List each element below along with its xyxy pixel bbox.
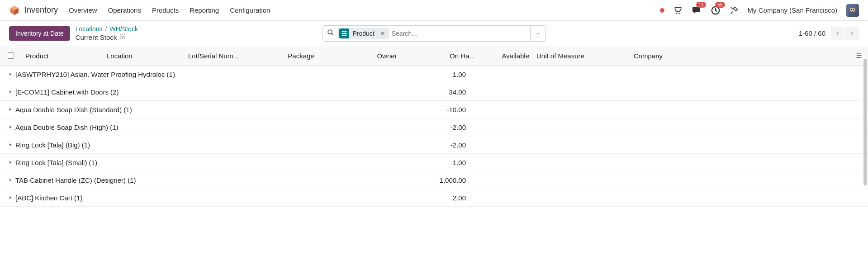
expand-caret-icon[interactable] [0, 178, 13, 182]
pager: 1-60 / 60 [799, 27, 859, 40]
cell-onhand: -2.00 [424, 141, 470, 149]
col-uom[interactable]: Unit of Measure [533, 52, 610, 60]
app-logo-icon[interactable] [9, 5, 20, 16]
expand-caret-icon[interactable] [0, 107, 13, 112]
table-row[interactable]: [ASWTPRHY210] Asian. Water Proofing Hydr… [0, 66, 868, 83]
company-selector[interactable]: My Company (San Francisco) [748, 6, 837, 14]
cell-onhand: 1,000.00 [424, 176, 470, 184]
search-dropdown-toggle[interactable] [531, 25, 546, 42]
search-facet-product: Product ✕ [337, 28, 389, 39]
col-product[interactable]: Product [22, 52, 103, 60]
cell-onhand: -10.00 [424, 106, 470, 114]
col-package[interactable]: Package [261, 52, 341, 60]
cell-onhand: 1.00 [424, 71, 470, 78]
nav-operations[interactable]: Operations [108, 6, 141, 14]
search-icon [327, 28, 335, 38]
tools-icon[interactable] [730, 6, 739, 15]
nav-menu: Overview Operations Products Reporting C… [69, 6, 270, 14]
cell-onhand: -2.00 [424, 123, 470, 131]
pager-buttons [830, 27, 859, 40]
table-row[interactable]: Ring Lock [Tala] (Small) (1)-1.00 [0, 154, 868, 171]
clock-badge: 55 [715, 2, 725, 8]
col-available[interactable]: Available [479, 52, 533, 60]
svg-rect-16 [342, 31, 346, 32]
cell-product: Aqua Double Soap Dish (Standard) (1) [13, 106, 424, 114]
phone-icon[interactable] [674, 6, 683, 15]
groupby-icon [339, 28, 349, 38]
table-header: Product Location Lot/Serial Num... Packa… [0, 46, 868, 66]
svg-point-5 [679, 11, 680, 12]
scrollbar[interactable] [863, 59, 867, 207]
svg-rect-18 [342, 34, 346, 35]
nav-configuration[interactable]: Configuration [230, 6, 270, 14]
facet-remove-icon[interactable]: ✕ [378, 30, 387, 37]
svg-rect-10 [850, 8, 855, 11]
nav-products[interactable]: Products [152, 6, 179, 14]
expand-caret-icon[interactable] [0, 125, 13, 129]
nav-overview[interactable]: Overview [69, 6, 97, 14]
col-onhand[interactable]: On Ha... [433, 52, 479, 60]
cell-product: TAB Cabinet Handle (ZC) (Designer) (1) [13, 176, 424, 184]
search-wrap: Product ✕ [323, 25, 546, 42]
col-lot[interactable]: Lot/Serial Num... [185, 52, 261, 60]
svg-point-23 [859, 55, 861, 57]
svg-point-8 [679, 13, 680, 14]
chat-icon[interactable]: 11 [692, 5, 702, 15]
page-subtitle: Current Stock [76, 33, 117, 41]
svg-point-7 [678, 13, 678, 14]
breadcrumb-separator: / [105, 25, 107, 33]
pager-text[interactable]: 1-60 / 60 [799, 29, 825, 37]
svg-point-13 [122, 36, 124, 38]
app-title[interactable]: Inventory [24, 5, 58, 15]
cell-onhand: 2.00 [424, 194, 470, 202]
svg-line-15 [332, 33, 333, 35]
gear-icon[interactable] [119, 33, 126, 41]
expand-caret-icon[interactable] [0, 142, 13, 147]
search-box[interactable]: Product ✕ [323, 25, 531, 42]
svg-point-6 [676, 13, 677, 14]
svg-point-3 [676, 11, 677, 12]
column-options-icon[interactable] [850, 52, 868, 59]
table-row[interactable]: Ring Lock [Tala] (Big) (1)-2.00 [0, 136, 868, 154]
svg-rect-12 [853, 9, 854, 10]
table-row[interactable]: Aqua Double Soap Dish (High) (1)-2.00 [0, 118, 868, 136]
page-subtitle-wrap: Current Stock [76, 33, 138, 41]
expand-caret-icon[interactable] [0, 195, 13, 200]
facet-label: Product [351, 30, 376, 37]
topbar-right: 11 55 My Company (San Francisco) [660, 4, 859, 17]
expand-caret-icon[interactable] [0, 90, 13, 94]
expand-caret-icon[interactable] [0, 72, 13, 76]
nav-reporting[interactable]: Reporting [190, 6, 219, 14]
pager-next-icon[interactable] [845, 27, 859, 40]
svg-point-4 [678, 11, 678, 12]
col-company[interactable]: Company [610, 52, 687, 60]
table-row[interactable]: [ABC] Kitchen Cart (1)2.00 [0, 189, 868, 207]
scrollbar-thumb[interactable] [863, 59, 867, 185]
svg-point-24 [858, 57, 859, 58]
select-all-checkbox[interactable] [0, 52, 22, 59]
col-location[interactable]: Location [103, 52, 185, 60]
cell-product: [ASWTPRHY210] Asian. Water Proofing Hydr… [13, 71, 424, 78]
breadcrumb-current: WH/Stock [109, 25, 138, 33]
svg-point-22 [857, 53, 859, 55]
expand-caret-icon[interactable] [0, 160, 13, 165]
svg-point-14 [328, 30, 332, 34]
svg-rect-17 [342, 33, 346, 33]
table-row[interactable]: Aqua Double Soap Dish (Standard) (1)-10.… [0, 101, 868, 118]
pager-prev-icon[interactable] [831, 27, 844, 40]
cell-product: Aqua Double Soap Dish (High) (1) [13, 123, 424, 131]
table-row[interactable]: TAB Cabinet Handle (ZC) (Designer) (1)1,… [0, 171, 868, 189]
user-avatar[interactable] [846, 4, 859, 17]
search-input[interactable] [392, 30, 526, 37]
breadcrumb-locations[interactable]: Locations [76, 25, 103, 33]
action-bar: Inventory at Date Locations / WH/Stock C… [0, 21, 868, 46]
col-owner[interactable]: Owner [341, 52, 433, 60]
breadcrumb: Locations / WH/Stock [76, 25, 138, 33]
clock-icon[interactable]: 55 [711, 5, 721, 15]
cell-onhand: 34.00 [424, 88, 470, 96]
inventory-at-date-button[interactable]: Inventory at Date [9, 26, 70, 41]
topbar: Inventory Overview Operations Products R… [0, 0, 868, 21]
table-body: [ASWTPRHY210] Asian. Water Proofing Hydr… [0, 66, 868, 207]
table-row[interactable]: [E-COM11] Cabinet with Doors (2)34.00 [0, 83, 868, 101]
breadcrumb-wrap: Locations / WH/Stock Current Stock [76, 25, 138, 41]
